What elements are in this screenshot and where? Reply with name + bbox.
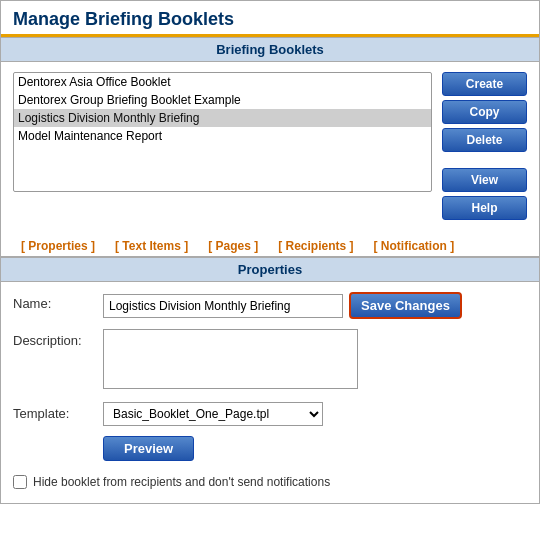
template-select[interactable]: Basic_Booklet_One_Page.tpl xyxy=(103,402,323,426)
view-button[interactable]: View xyxy=(442,168,527,192)
template-label: Template: xyxy=(13,402,103,421)
copy-button[interactable]: Copy xyxy=(442,100,527,124)
tab-pages[interactable]: [ Pages ] xyxy=(200,236,266,256)
booklet-item[interactable]: Dentorex Asia Office Booklet xyxy=(14,73,431,91)
template-field-container: Basic_Booklet_One_Page.tpl xyxy=(103,402,527,426)
name-input[interactable] xyxy=(103,294,343,318)
booklet-action-buttons: Create Copy Delete View Help xyxy=(442,72,527,220)
tabs-bar: [ Properties ] [ Text Items ] [ Pages ] … xyxy=(1,230,539,257)
booklet-item[interactable]: Dentorex Group Briefing Booklet Example xyxy=(14,91,431,109)
properties-section-header: Properties xyxy=(1,257,539,282)
delete-button[interactable]: Delete xyxy=(442,128,527,152)
description-row: Description: xyxy=(13,329,527,392)
save-changes-button[interactable]: Save Changes xyxy=(349,292,462,319)
hide-checkbox-label: Hide booklet from recipients and don't s… xyxy=(33,475,330,489)
name-row: Name: Save Changes xyxy=(13,292,527,319)
booklet-item[interactable]: Model Maintenance Report xyxy=(14,127,431,145)
description-field-container xyxy=(103,329,527,392)
page-title: Manage Briefing Booklets xyxy=(13,9,527,30)
booklet-list[interactable]: Dentorex Asia Office Booklet Dentorex Gr… xyxy=(13,72,432,192)
template-row: Template: Basic_Booklet_One_Page.tpl xyxy=(13,402,527,426)
briefing-booklets-section: Dentorex Asia Office Booklet Dentorex Gr… xyxy=(1,62,539,230)
tab-properties[interactable]: [ Properties ] xyxy=(13,236,103,256)
tab-notification[interactable]: [ Notification ] xyxy=(366,236,463,256)
booklet-item[interactable]: Logistics Division Monthly Briefing xyxy=(14,109,431,127)
name-label: Name: xyxy=(13,292,103,311)
preview-button[interactable]: Preview xyxy=(103,436,194,461)
tab-recipients[interactable]: [ Recipients ] xyxy=(270,236,361,256)
briefing-booklets-header: Briefing Booklets xyxy=(1,37,539,62)
create-button[interactable]: Create xyxy=(442,72,527,96)
booklet-list-container: Dentorex Asia Office Booklet Dentorex Gr… xyxy=(13,72,432,220)
properties-form: Name: Save Changes Description: Template… xyxy=(1,282,539,503)
page-title-bar: Manage Briefing Booklets xyxy=(1,1,539,37)
name-field-container: Save Changes xyxy=(103,292,527,319)
tab-text-items[interactable]: [ Text Items ] xyxy=(107,236,196,256)
description-label: Description: xyxy=(13,329,103,348)
hide-checkbox-row: Hide booklet from recipients and don't s… xyxy=(13,471,527,493)
hide-checkbox[interactable] xyxy=(13,475,27,489)
description-input[interactable] xyxy=(103,329,358,389)
help-button[interactable]: Help xyxy=(442,196,527,220)
